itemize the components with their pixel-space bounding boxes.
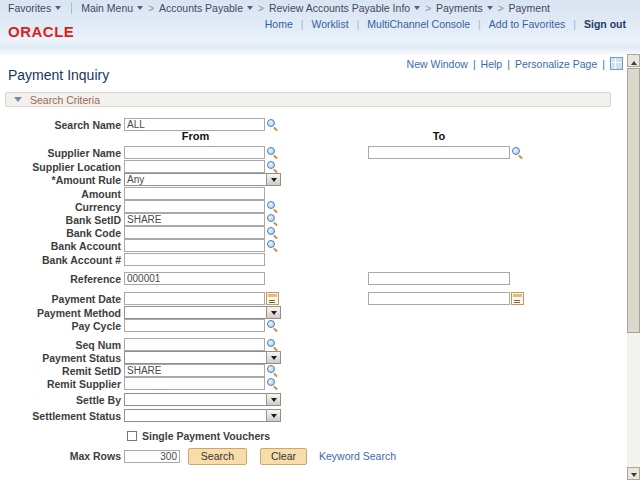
row-column-headers: From To — [0, 130, 640, 145]
payment-date-from-input[interactable] — [124, 292, 265, 305]
pay-cycle-lookup-icon[interactable] — [266, 319, 279, 332]
row-bank-account: Bank Account — [0, 238, 640, 253]
page-title: Payment Inquiry — [8, 67, 109, 83]
breadcrumb-label: Favorites — [8, 2, 51, 14]
payment-date-from-calendar-icon[interactable] — [266, 292, 279, 305]
chevron-down-icon — [414, 6, 420, 13]
reference-to-input[interactable] — [368, 272, 510, 285]
bank-setid-label: Bank SetID — [0, 214, 121, 226]
help-link[interactable]: Help — [481, 58, 503, 70]
chevron-down-icon — [487, 6, 493, 13]
chevron-down-icon[interactable] — [266, 352, 280, 363]
breadcrumb-review-ap-info[interactable]: Review Accounts Payable Info — [269, 2, 420, 14]
breadcrumb-separator: > — [148, 3, 154, 14]
pay-cycle-label: Pay Cycle — [0, 320, 121, 332]
search-button[interactable]: Search — [188, 448, 247, 465]
row-supplier-name: Supplier Name — [0, 145, 640, 160]
row-single-payment-vouchers: Single Payment Vouchers — [0, 428, 640, 443]
chevron-down-icon[interactable] — [266, 394, 280, 405]
chevron-down-icon[interactable] — [266, 307, 280, 318]
link-separator: | — [301, 18, 304, 30]
keyword-search-link[interactable]: Keyword Search — [319, 450, 396, 462]
supplier-name-from-lookup-icon[interactable] — [266, 146, 279, 159]
breadcrumb-accounts-payable[interactable]: Accounts Payable — [159, 2, 253, 14]
clear-button[interactable]: Clear — [260, 448, 307, 465]
currency-label: Currency — [0, 201, 121, 213]
page-action-links: New Window | Help | Personalize Page | — [407, 57, 623, 70]
breadcrumb-label: Payment — [509, 2, 550, 14]
sign-out-link[interactable]: Sign out — [584, 18, 626, 30]
remit-supplier-lookup-icon[interactable] — [266, 377, 279, 390]
personalize-grid-icon[interactable] — [610, 57, 623, 70]
breadcrumb-favorites[interactable]: Favorites — [8, 2, 61, 14]
breadcrumb-label: Payments — [436, 2, 483, 14]
reference-from-input[interactable] — [124, 272, 265, 285]
scrollbar-thumb[interactable] — [627, 68, 640, 333]
scroll-down-button[interactable] — [627, 467, 640, 480]
breadcrumb-main-menu[interactable]: Main Menu — [81, 2, 143, 14]
chevron-down-icon[interactable] — [266, 174, 280, 185]
breadcrumb: Favorites Main Menu > Accounts Payable >… — [0, 0, 640, 16]
from-column-header: From — [125, 130, 266, 142]
seq-num-label: Seq Num — [0, 339, 121, 351]
breadcrumb-label: Review Accounts Payable Info — [269, 2, 410, 14]
scroll-up-button[interactable] — [627, 54, 640, 67]
new-window-link[interactable]: New Window — [407, 58, 468, 70]
multichannel-console-link[interactable]: MultiChannel Console — [367, 18, 470, 30]
supplier-name-from-input[interactable] — [124, 146, 265, 159]
triangle-down-icon — [631, 473, 637, 480]
payment-method-value — [125, 307, 266, 318]
pay-cycle-input[interactable] — [124, 319, 265, 332]
payment-status-label: Payment Status — [0, 352, 121, 364]
bank-account-input[interactable] — [124, 239, 265, 252]
breadcrumb-payments[interactable]: Payments — [436, 2, 493, 14]
payment-date-to-input[interactable] — [368, 292, 510, 305]
chevron-down-icon — [55, 6, 61, 13]
home-link[interactable]: Home — [265, 18, 293, 30]
collapse-triangle-icon — [14, 97, 22, 106]
max-rows-label: Max Rows — [0, 450, 121, 462]
breadcrumb-label: Main Menu — [81, 2, 133, 14]
personalize-page-link[interactable]: Personalize Page — [515, 58, 597, 70]
payment-method-label: Payment Method — [0, 307, 121, 319]
link-separator: | — [478, 18, 481, 30]
breadcrumb-divider — [71, 2, 72, 14]
bank-account-lookup-icon[interactable] — [266, 239, 279, 252]
to-column-header: To — [368, 130, 510, 142]
row-remit-supplier: Remit Supplier — [0, 376, 640, 391]
payment-status-value — [125, 352, 266, 363]
settlement-status-select[interactable] — [124, 409, 281, 422]
link-separator: | — [507, 58, 510, 70]
link-separator: | — [473, 58, 476, 70]
single-payment-vouchers-checkbox[interactable] — [127, 431, 137, 441]
add-to-favorites-link[interactable]: Add to Favorites — [489, 18, 565, 30]
breadcrumb-separator: > — [498, 3, 504, 14]
chevron-down-icon — [247, 6, 253, 13]
settle-by-select[interactable] — [124, 393, 281, 406]
amount-rule-select[interactable]: Any — [124, 173, 281, 186]
max-rows-input[interactable] — [124, 450, 180, 463]
link-separator: | — [573, 18, 576, 30]
search-criteria-header[interactable]: Search Criteria — [5, 92, 611, 107]
settlement-status-label: Settlement Status — [0, 410, 121, 422]
amount-rule-label: *Amount Rule — [0, 174, 121, 186]
supplier-name-to-input[interactable] — [368, 146, 510, 159]
supplier-name-to-lookup-icon[interactable] — [511, 146, 524, 159]
vertical-scrollbar[interactable] — [627, 54, 640, 480]
payment-inquiry-page: Favorites Main Menu > Accounts Payable >… — [0, 0, 640, 480]
row-settle-by: Settle By — [0, 392, 640, 407]
triangle-up-icon — [631, 58, 637, 65]
breadcrumb-separator: > — [258, 3, 264, 14]
bank-code-label: Bank Code — [0, 227, 121, 239]
settle-by-value — [125, 394, 266, 405]
worklist-link[interactable]: Worklist — [311, 18, 348, 30]
bank-account-num-input[interactable] — [124, 253, 265, 266]
supplier-location-label: Supplier Location — [0, 161, 121, 173]
remit-supplier-input[interactable] — [124, 377, 265, 390]
settle-by-label: Settle By — [0, 394, 121, 406]
link-separator: | — [357, 18, 360, 30]
payment-date-to-calendar-icon[interactable] — [511, 292, 524, 305]
remit-supplier-label: Remit Supplier — [0, 378, 121, 390]
chevron-down-icon[interactable] — [266, 410, 280, 421]
breadcrumb-payment[interactable]: Payment — [509, 2, 550, 14]
